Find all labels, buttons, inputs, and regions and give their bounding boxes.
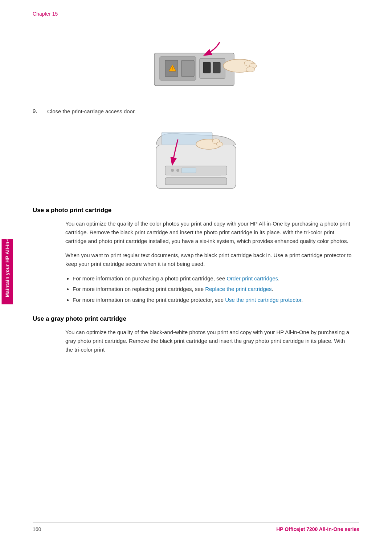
bullet2-prefix: For more information on replacing print … [73, 286, 205, 292]
svg-text:!: ! [172, 67, 173, 71]
illustration-1: ! [33, 24, 359, 97]
bullet-item-2: For more information on replacing print … [73, 284, 352, 294]
bullet2-suffix: . [272, 286, 273, 292]
section-gray-heading: Use a gray photo print cartridge [33, 315, 359, 323]
step-text: Close the print-carriage access door. [47, 108, 136, 116]
section-photo-heading: Use a photo print cartridge [33, 207, 359, 214]
svg-rect-16 [165, 178, 227, 185]
bullet1-suffix: . [278, 275, 279, 281]
step-9: 9. Close the print-carriage access door. [33, 108, 359, 116]
bullet1-prefix: For more information on purchasing a pho… [73, 275, 226, 281]
step-number: 9. [33, 108, 44, 114]
replace-cartridges-link[interactable]: Replace the print cartridges [205, 286, 271, 292]
illustration-2 [33, 123, 359, 196]
photo-para2: When you want to print regular text docu… [65, 251, 352, 268]
footer-page-number: 160 [33, 526, 41, 532]
chapter-heading: Chapter 15 [33, 11, 359, 17]
bullet-item-3: For more information on using the print … [73, 295, 352, 305]
printer-door-illustration [145, 123, 247, 196]
bullet3-prefix: For more information on using the print … [73, 297, 225, 303]
svg-rect-21 [181, 168, 196, 173]
svg-point-24 [216, 142, 223, 146]
cartridge-illustration: ! [132, 24, 260, 97]
bullet3-suffix: . [301, 297, 303, 303]
page-footer: 160 HP Officejet 7200 All-in-One series [33, 522, 359, 532]
svg-point-12 [246, 67, 255, 72]
gray-para1: You can optimize the quality of the blac… [65, 328, 352, 354]
svg-rect-3 [181, 60, 194, 77]
photo-bullet-list: For more information on purchasing a pho… [73, 274, 352, 305]
svg-rect-8 [213, 62, 220, 73]
sidebar-tab: Maintain your HP All-in-One [2, 239, 13, 304]
cartridge-protector-link[interactable]: Use the print cartridge protector [225, 297, 301, 303]
section-photo-cartridge: Use a photo print cartridge You can opti… [33, 207, 359, 305]
svg-point-20 [176, 169, 179, 172]
footer-product-title: HP Officejet 7200 All-in-One series [276, 526, 359, 532]
svg-point-19 [171, 169, 174, 172]
svg-rect-7 [203, 62, 211, 73]
bullet-item-1: For more information on purchasing a pho… [73, 274, 352, 283]
order-cartridges-link[interactable]: Order print cartridges [226, 275, 278, 281]
photo-para1: You can optimize the quality of the colo… [65, 219, 352, 246]
section-gray-cartridge: Use a gray photo print cartridge You can… [33, 315, 359, 354]
